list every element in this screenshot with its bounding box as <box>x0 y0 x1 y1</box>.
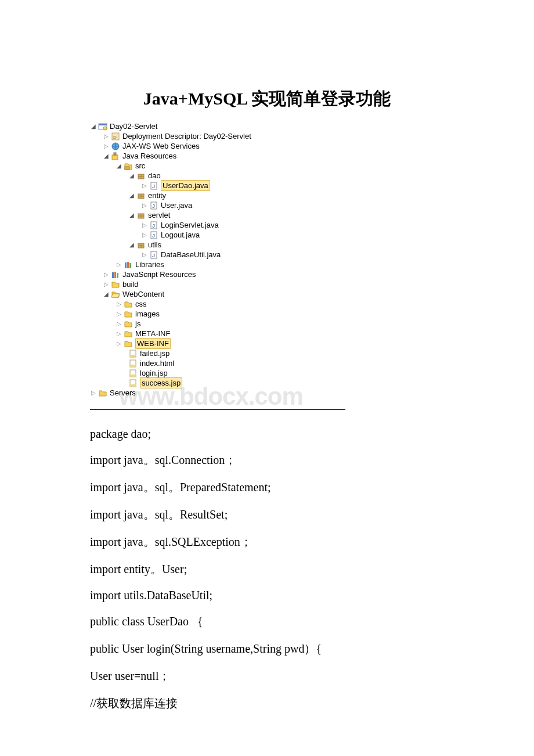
tree-label: login.jsp <box>140 368 168 378</box>
html-file-icon <box>128 359 138 368</box>
expand-icon[interactable] <box>141 181 148 190</box>
tree-item-webcontent[interactable]: WebContent <box>90 289 444 299</box>
svg-text:J: J <box>152 183 155 189</box>
tree-item-dao[interactable]: dao <box>90 171 444 181</box>
expand-icon[interactable] <box>128 210 135 220</box>
divider <box>90 409 345 410</box>
code-line: //获取数据库连接 <box>90 696 444 711</box>
tree-item-build[interactable]: build <box>90 279 444 289</box>
tree-item-servers[interactable]: Servers <box>90 388 444 398</box>
expand-icon[interactable] <box>103 289 110 299</box>
expand-icon[interactable] <box>116 260 122 269</box>
tree-item-success[interactable]: success.jsp <box>90 378 444 388</box>
tree-item-javares[interactable]: Java Resources <box>90 151 444 161</box>
tree-label: Java Resources <box>122 151 176 161</box>
expand-icon[interactable] <box>141 200 148 210</box>
expand-icon[interactable] <box>103 279 110 289</box>
tree-label: Day02-Servlet <box>110 121 157 131</box>
svg-text:J: J <box>152 233 155 239</box>
svg-rect-40 <box>130 365 136 367</box>
libraries-icon <box>124 260 133 269</box>
tree-item-jaxws[interactable]: JAX-WS Web Services <box>90 141 444 151</box>
tree-item-project[interactable]: Day02-Servlet <box>90 121 444 131</box>
tree-label: User.java <box>161 200 192 210</box>
tree-item-login[interactable]: login.jsp <box>90 368 444 378</box>
expand-icon[interactable] <box>116 339 122 348</box>
svg-text:J: J <box>152 253 155 258</box>
tree-item-deploy[interactable]: D Deployment Descriptor: Day02-Servlet <box>90 131 444 141</box>
tree-item-entity[interactable]: entity <box>90 190 444 200</box>
tree-item-utils[interactable]: utils <box>90 240 444 250</box>
code-block: package dao; import java。sql.Connection；… <box>90 427 444 711</box>
expand-icon[interactable] <box>141 250 148 260</box>
package-icon <box>136 171 146 181</box>
globe-icon <box>111 142 120 151</box>
tree-item-failed[interactable]: failed.jsp <box>90 348 444 358</box>
java-resources-icon <box>111 152 120 161</box>
jsp-file-icon <box>128 369 138 378</box>
svg-rect-7 <box>114 153 116 155</box>
tree-label: UserDao.java <box>161 180 210 191</box>
tree-label: Deployment Descriptor: Day02-Servlet <box>122 131 251 141</box>
tree-item-src[interactable]: src <box>90 161 444 171</box>
tree-label: DataBaseUtil.java <box>161 250 221 260</box>
java-file-icon: J <box>149 250 158 260</box>
expand-icon[interactable] <box>116 309 122 319</box>
svg-rect-38 <box>130 355 136 357</box>
expand-icon[interactable] <box>128 240 135 250</box>
tree-label: success.jsp <box>140 377 182 388</box>
tree-item-servlet[interactable]: servlet <box>90 210 444 220</box>
svg-text:D: D <box>113 135 117 140</box>
tree-item-webinf[interactable]: WEB-INF <box>90 339 444 348</box>
folder-icon <box>124 329 133 339</box>
svg-text:J: J <box>152 223 155 229</box>
expand-icon[interactable] <box>103 141 110 151</box>
tree-item-loginservlet[interactable]: J LoginServlet.java <box>90 220 444 230</box>
folder-icon <box>98 388 107 398</box>
expand-icon[interactable] <box>141 220 148 230</box>
code-line: User user=null； <box>90 668 444 684</box>
tree-item-userdao[interactable]: J UserDao.java <box>90 181 444 190</box>
tree-item-metainf[interactable]: META-INF <box>90 329 444 339</box>
tree-item-libraries[interactable]: Libraries <box>90 260 444 269</box>
code-line: import entity。User; <box>90 561 444 577</box>
tree-label: LoginServlet.java <box>161 220 219 230</box>
tree-label: entity <box>148 190 166 200</box>
project-icon <box>98 122 107 131</box>
tree-label: js <box>135 319 140 329</box>
tree-item-user[interactable]: J User.java <box>90 200 444 210</box>
expand-icon[interactable] <box>116 161 122 171</box>
expand-icon[interactable] <box>103 269 110 279</box>
expand-icon[interactable] <box>103 131 110 141</box>
tree-label: WEB-INF <box>135 338 171 349</box>
expand-icon[interactable] <box>128 190 135 200</box>
code-line: import java。sql.Connection； <box>90 452 444 468</box>
svg-rect-31 <box>125 262 127 268</box>
tree-item-images[interactable]: images <box>90 309 444 319</box>
tree-label: JAX-WS Web Services <box>122 141 200 151</box>
expand-icon[interactable] <box>116 319 122 329</box>
tree-item-index[interactable]: index.html <box>90 358 444 368</box>
tree-item-css[interactable]: css <box>90 299 444 309</box>
expand-icon[interactable] <box>90 121 97 131</box>
folder-icon <box>124 309 133 319</box>
jsp-file-icon <box>128 379 138 388</box>
expand-icon[interactable] <box>103 151 110 161</box>
tree-item-logout[interactable]: J Logout.java <box>90 230 444 240</box>
page-title: Java+MySQL 实现简单登录功能 <box>90 87 444 111</box>
expand-icon[interactable] <box>141 230 148 240</box>
tree-item-js[interactable]: js <box>90 319 444 329</box>
tree-item-jsres[interactable]: JavaScript Resources <box>90 269 444 279</box>
tree-item-dbutil[interactable]: J DataBaseUtil.java <box>90 250 444 260</box>
folder-icon <box>111 280 120 289</box>
expand-icon[interactable] <box>128 171 135 181</box>
expand-icon[interactable] <box>116 299 122 309</box>
expand-icon[interactable] <box>116 329 122 339</box>
folder-icon <box>124 300 133 309</box>
expand-icon[interactable] <box>90 388 97 398</box>
code-line: import java。sql。PreparedStatement; <box>90 480 444 495</box>
folder-icon <box>124 339 133 348</box>
code-line: public class UserDao ｛ <box>90 614 444 629</box>
tree-label: Servers <box>110 388 136 398</box>
package-icon <box>136 211 146 220</box>
